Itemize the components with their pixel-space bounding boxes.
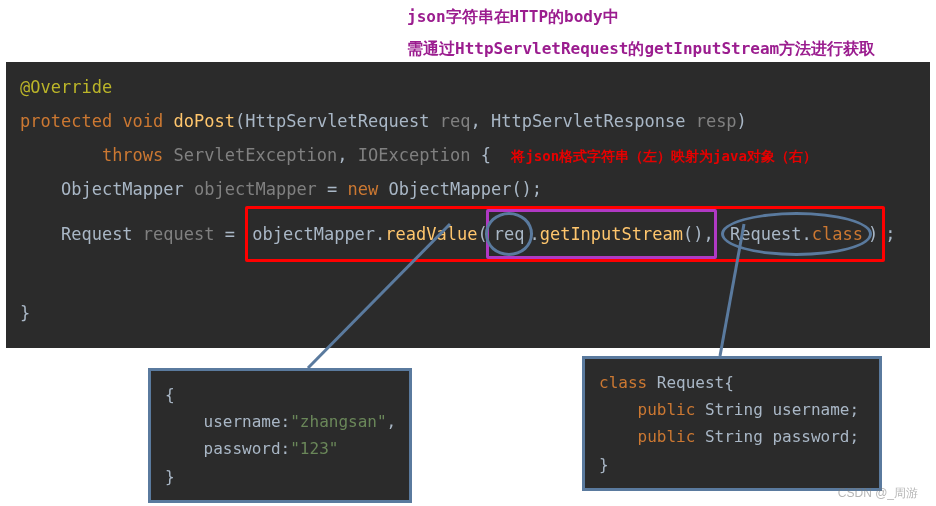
param-resp: resp: [696, 111, 737, 131]
paren-close-comma: (),: [683, 224, 714, 244]
brace-close: }: [20, 303, 30, 323]
var-objectMapper: objectMapper: [194, 179, 317, 199]
req-ident: req: [494, 224, 525, 244]
header-annotation: json字符串在HTTP的body中 需通过HttpServletRequest…: [407, 4, 875, 61]
steel-ellipse-request-class: Request.class: [721, 212, 872, 256]
field-username: username;: [772, 400, 859, 419]
method-doPost: doPost: [174, 111, 235, 131]
json-brace-close: }: [165, 467, 175, 486]
purple-highlight-box: req.getInputStream(),: [486, 209, 717, 259]
param-req: req: [440, 111, 471, 131]
type-request: Request: [61, 224, 133, 244]
type-string-2: String: [695, 427, 772, 446]
class-name: Request{: [647, 373, 734, 392]
watermark: CSDN @_周游: [838, 485, 918, 502]
type-objectmapper: ObjectMapper: [61, 179, 184, 199]
objectMapper-call: objectMapper.: [252, 224, 385, 244]
code-block: @Override protected void doPost(HttpServ…: [20, 70, 916, 330]
annotation-override: @Override: [20, 77, 112, 97]
field-password: password;: [772, 427, 859, 446]
json-password-key: password:: [165, 439, 290, 458]
paren-close: ): [868, 224, 878, 244]
inline-red-note: 将json格式字符串（左）映射为java对象（右）: [511, 148, 816, 164]
json-username-key: username:: [165, 412, 290, 431]
semi: ;: [885, 224, 895, 244]
type-servlet-exception: ServletException: [174, 145, 338, 165]
callout-json: { username:"zhangsan", password:"123" }: [148, 368, 412, 503]
paren-empty: (): [511, 179, 531, 199]
brace-open: {: [481, 145, 491, 165]
kw-new: new: [348, 179, 379, 199]
type-string-1: String: [695, 400, 772, 419]
kw-class: class: [812, 224, 863, 244]
json-username-val: "zhangsan": [290, 412, 386, 431]
callout-class: class Request{ public String username; p…: [582, 356, 882, 491]
type-hsr: HttpServletRequest: [245, 111, 429, 131]
json-password-val: "123": [290, 439, 338, 458]
kw-class: class: [599, 373, 647, 392]
kw-protected: protected: [20, 111, 112, 131]
json-comma: ,: [387, 412, 397, 431]
kw-void: void: [122, 111, 163, 131]
eq: =: [225, 224, 235, 244]
class-brace-close: }: [599, 455, 609, 474]
type-ioexception: IOException: [358, 145, 471, 165]
header-line-2: 需通过HttpServletRequest的getInputStream方法进行…: [407, 36, 875, 62]
type-hsresp: HttpServletResponse: [491, 111, 685, 131]
readValue-method: readValue: [385, 224, 477, 244]
ctor-om: ObjectMapper: [389, 179, 512, 199]
red-highlight-box: objectMapper.readValue(req.getInputStrea…: [245, 206, 885, 262]
header-line-1: json字符串在HTTP的body中: [407, 4, 875, 30]
callout-json-pre: { username:"zhangsan", password:"123" }: [165, 381, 395, 490]
dot: .: [529, 224, 539, 244]
kw-public-1: public: [638, 400, 696, 419]
getInputStream: getInputStream: [540, 224, 683, 244]
Request-class: Request.: [730, 224, 812, 244]
json-brace-open: {: [165, 385, 175, 404]
kw-public-2: public: [638, 427, 696, 446]
var-request: request: [143, 224, 215, 244]
steel-ellipse-req: req: [485, 212, 534, 256]
code-panel: @Override protected void doPost(HttpServ…: [6, 62, 930, 348]
kw-throws: throws: [102, 145, 163, 165]
callout-class-pre: class Request{ public String username; p…: [599, 369, 865, 478]
